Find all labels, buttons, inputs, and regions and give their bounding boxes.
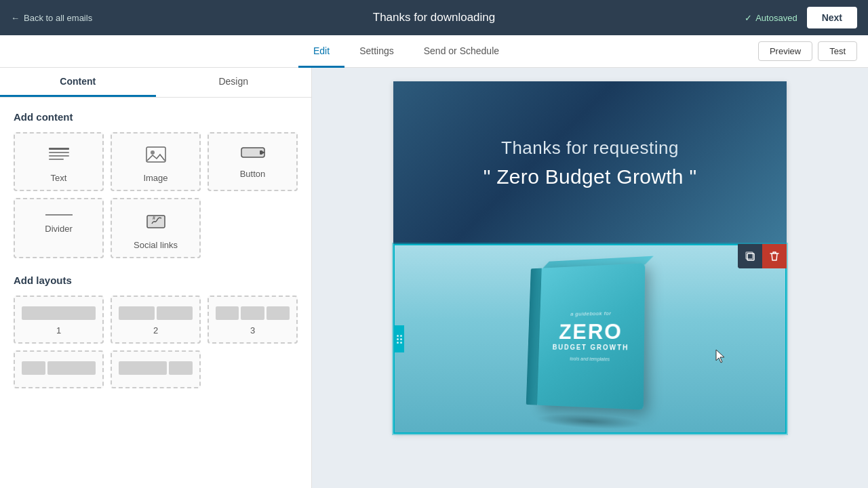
tab-edit[interactable]: Edit <box>298 35 344 68</box>
layout-3col-label: 3 <box>250 325 255 336</box>
checkmark-icon: ✓ <box>745 13 752 23</box>
tab-send-or-schedule[interactable]: Send or Schedule <box>409 35 514 68</box>
email-title: Thanks for downloading <box>373 11 496 24</box>
delete-block-button[interactable] <box>762 244 787 268</box>
panel-content: Add content Text Image <box>0 98 311 402</box>
layout-1col-preview <box>22 306 96 320</box>
content-block-social-label: Social links <box>134 240 178 250</box>
drag-dots <box>397 335 402 344</box>
top-bar: ← Back to all emails Thanks for download… <box>0 0 868 35</box>
svg-rect-2 <box>49 155 69 157</box>
book-budget-growth-text: BUDGET GROWTH <box>553 343 629 351</box>
autosaved-label: Autosaved <box>755 13 797 23</box>
layout-col <box>216 306 239 320</box>
drag-handle[interactable] <box>395 325 404 352</box>
content-block-divider[interactable]: Divider <box>14 198 104 258</box>
svg-point-5 <box>151 150 155 155</box>
layout-col <box>22 306 96 320</box>
layout-block-2col[interactable]: 2 <box>111 296 201 344</box>
layout-col <box>267 306 290 320</box>
layout-3col-preview <box>216 306 290 320</box>
cursor-indicator <box>715 348 731 365</box>
layout-col <box>119 361 167 375</box>
content-blocks-grid: Text Image Button <box>14 132 298 258</box>
preview-button[interactable]: Preview <box>758 41 812 61</box>
divider-block-icon <box>45 214 73 216</box>
image-block-icon <box>146 146 166 167</box>
next-button[interactable]: Next <box>807 7 857 28</box>
layout-block-extra2[interactable] <box>111 350 201 388</box>
main-layout: Content Design Add content Text <box>0 68 868 488</box>
email-quote-text: " Zero Budget Growth " <box>484 165 697 188</box>
svg-text:#: # <box>153 216 155 220</box>
svg-rect-7 <box>260 150 262 155</box>
layout-col <box>241 306 264 320</box>
book-zero-text: ZERO <box>559 320 623 342</box>
svg-rect-4 <box>146 147 165 162</box>
add-layouts-title: Add layouts <box>14 274 298 286</box>
layout-2col-label: 2 <box>153 325 158 336</box>
autosaved-indicator: ✓ Autosaved <box>745 13 797 23</box>
layout-col <box>119 306 155 320</box>
block-toolbar <box>738 244 787 268</box>
canvas-area: Thanks for requesting " Zero Budget Grow… <box>312 68 868 488</box>
layout-col <box>157 306 193 320</box>
panel-tabs: Content Design <box>0 68 311 98</box>
add-content-title: Add content <box>14 111 298 123</box>
book-illustration: a guidebook for ZERO BUDGET GROWTH tools… <box>518 256 666 426</box>
email-header-block[interactable]: Thanks for requesting " Zero Budget Grow… <box>393 81 787 244</box>
book-shadow <box>536 412 644 432</box>
svg-rect-1 <box>49 152 69 153</box>
back-to-emails-link[interactable]: ← Back to all emails <box>11 13 92 23</box>
book-guidebook-text: a guidebook for <box>570 310 611 317</box>
panel-tab-design[interactable]: Design <box>156 68 312 97</box>
layout-col <box>22 361 45 375</box>
duplicate-block-button[interactable] <box>738 244 762 268</box>
layout-extra2-preview <box>119 361 193 375</box>
layout-col <box>169 361 193 375</box>
content-block-text[interactable]: Text <box>14 132 104 191</box>
email-canvas: Thanks for requesting " Zero Budget Grow… <box>393 81 787 434</box>
layout-col <box>47 361 96 375</box>
test-button[interactable]: Test <box>818 41 857 61</box>
layout-block-3col[interactable]: 3 <box>208 296 298 344</box>
email-thanks-text: Thanks for requesting <box>501 138 679 159</box>
svg-rect-0 <box>49 148 69 150</box>
panel-tab-content[interactable]: Content <box>0 68 156 97</box>
secondary-nav: Edit Settings Send or Schedule Preview T… <box>0 35 868 68</box>
layout-block-extra1[interactable] <box>14 350 104 388</box>
left-panel: Content Design Add content Text <box>0 68 312 488</box>
layout-block-1col[interactable]: 1 <box>14 296 104 344</box>
back-arrow-icon: ← <box>11 13 20 23</box>
content-block-button[interactable]: Button <box>208 132 298 191</box>
nav-actions: Preview Test <box>758 35 868 67</box>
button-block-icon <box>241 146 265 163</box>
svg-rect-3 <box>49 159 64 160</box>
layout-2col-preview <box>119 306 193 320</box>
top-bar-right: ✓ Autosaved Next <box>745 7 857 28</box>
book-tools-text: tools and templates <box>570 356 610 361</box>
email-image-block[interactable]: a guidebook for ZERO BUDGET GROWTH tools… <box>393 244 787 434</box>
text-block-icon <box>49 146 69 167</box>
layout-blocks-grid: 1 2 3 <box>14 296 298 388</box>
content-block-image[interactable]: Image <box>111 132 201 191</box>
tab-settings[interactable]: Settings <box>344 35 409 68</box>
layout-extra1-preview <box>22 361 96 375</box>
book-front: a guidebook for ZERO BUDGET GROWTH tools… <box>537 263 645 409</box>
content-block-divider-label: Divider <box>45 224 72 234</box>
content-block-button-label: Button <box>240 169 266 179</box>
content-block-image-label: Image <box>143 173 167 183</box>
layout-1col-label: 1 <box>56 325 61 336</box>
nav-tabs: Edit Settings Send or Schedule <box>298 35 758 67</box>
back-to-emails-label: Back to all emails <box>24 13 92 23</box>
content-block-text-label: Text <box>51 173 67 183</box>
social-block-icon: # <box>146 211 165 235</box>
content-block-social[interactable]: # Social links <box>111 198 201 258</box>
